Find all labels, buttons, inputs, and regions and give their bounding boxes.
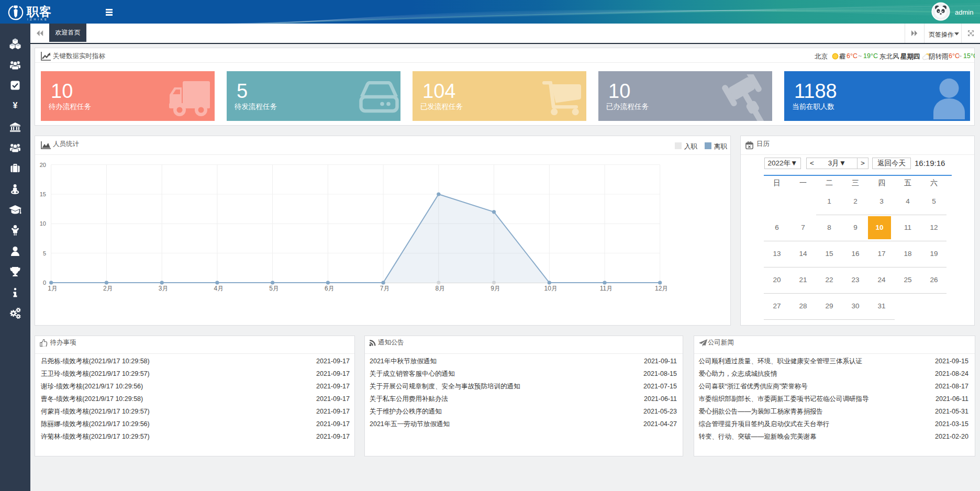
svg-text:10月: 10月	[544, 285, 558, 292]
svg-text:2月: 2月	[103, 285, 113, 292]
svg-text:20: 20	[40, 162, 46, 168]
svg-text:9月: 9月	[491, 285, 500, 292]
svg-text:10: 10	[40, 220, 46, 227]
svg-text:0: 0	[43, 280, 46, 286]
svg-text:7月: 7月	[380, 285, 390, 292]
svg-text:4月: 4月	[214, 285, 224, 292]
svg-text:15: 15	[40, 191, 46, 197]
svg-text:12月: 12月	[655, 285, 668, 292]
svg-text:5月: 5月	[269, 285, 279, 292]
svg-text:5: 5	[43, 250, 46, 256]
svg-text:3月: 3月	[159, 285, 169, 292]
svg-text:1月: 1月	[48, 285, 58, 292]
svg-text:6月: 6月	[325, 285, 335, 292]
svg-text:8月: 8月	[435, 285, 445, 292]
svg-text:11月: 11月	[600, 285, 612, 292]
